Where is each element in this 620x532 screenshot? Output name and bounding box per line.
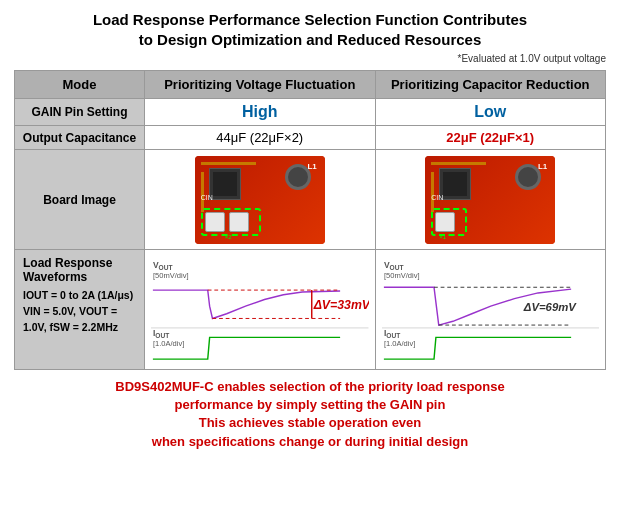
waveform2-area: VOUT [50mV/div] ΔV=69mV — [382, 254, 600, 364]
gain-val1: High — [145, 99, 375, 126]
board-image-col2: L1 CIN ×1 — [375, 150, 606, 250]
board-image-col1: L1 CIN ×2 — [145, 150, 375, 250]
svg-text:VOUT: VOUT — [153, 260, 173, 271]
gain-val2: Low — [375, 99, 606, 126]
table-header-row: Mode Prioritizing Voltage Fluctuation Pr… — [15, 71, 606, 99]
waveform-label-cell: Load Response Waveforms IOUT = 0 to 2A (… — [15, 250, 145, 370]
svg-text:[1.0A/div]: [1.0A/div] — [383, 339, 414, 348]
svg-text:[50mV/div]: [50mV/div] — [153, 271, 189, 280]
waveform-col1: VOUT [50mV/div] ΔV=33mV — [145, 250, 375, 370]
voltage-header: Prioritizing Voltage Fluctuation — [145, 71, 375, 99]
waveform-sub: IOUT = 0 to 2A (1A/μs) — [23, 289, 133, 301]
svg-text:IOUT: IOUT — [383, 328, 399, 339]
svg-text:ΔV=69mV: ΔV=69mV — [522, 301, 576, 313]
footer: BD9S402MUF-C enables selection of the pr… — [14, 378, 606, 451]
gain-label: GAIN Pin Setting — [15, 99, 145, 126]
subtitle-note: *Evaluated at 1.0V output voltage — [14, 53, 606, 64]
board1-image: L1 CIN ×2 — [195, 156, 325, 244]
main-title: Load Response Performance Selection Func… — [14, 10, 606, 49]
waveform-col2: VOUT [50mV/div] ΔV=69mV — [375, 250, 606, 370]
cap-val1: 44μF (22μF×2) — [145, 126, 375, 150]
svg-text:IOUT: IOUT — [153, 328, 169, 339]
cap-label: Output Capacitance — [15, 126, 145, 150]
svg-text:VOUT: VOUT — [383, 260, 403, 271]
waveform1-area: VOUT [50mV/div] ΔV=33mV — [151, 254, 368, 364]
svg-text:[1.0A/div]: [1.0A/div] — [153, 339, 184, 348]
waveform-params: VIN = 5.0V, VOUT = 1.0V, fSW = 2.2MHz — [23, 305, 118, 333]
waveform-row: Load Response Waveforms IOUT = 0 to 2A (… — [15, 250, 606, 370]
svg-text:[50mV/div]: [50mV/div] — [383, 271, 419, 280]
board-label: Board Image — [15, 150, 145, 250]
gain-row: GAIN Pin Setting High Low — [15, 99, 606, 126]
mode-header: Mode — [15, 71, 145, 99]
main-container: Load Response Performance Selection Func… — [0, 0, 620, 459]
capacitor-header: Prioritizing Capacitor Reduction — [375, 71, 606, 99]
board2-image: L1 CIN ×1 — [425, 156, 555, 244]
capacitance-row: Output Capacitance 44μF (22μF×2) 22μF (2… — [15, 126, 606, 150]
footer-line1: BD9S402MUF-C enables selection of the pr… — [14, 378, 606, 414]
comparison-table: Mode Prioritizing Voltage Fluctuation Pr… — [14, 70, 606, 370]
waveform-title: Load Response Waveforms — [23, 256, 136, 284]
cap-val2: 22μF (22μF×1) — [375, 126, 606, 150]
board-row: Board Image L1 — [15, 150, 606, 250]
svg-text:ΔV=33mV: ΔV=33mV — [313, 298, 369, 312]
footer-line2: This achieves stable operation even when… — [14, 414, 606, 450]
